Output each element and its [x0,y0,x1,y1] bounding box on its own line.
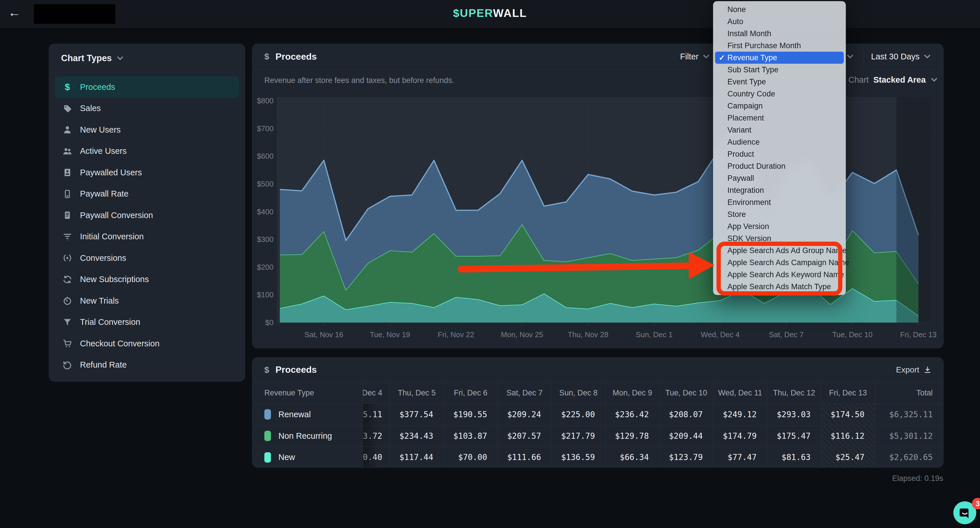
menu-item-event-type[interactable]: Event Type [713,76,846,88]
money-cell: $129.78 [605,426,659,447]
menu-item-country-code[interactable]: Country Code [713,88,846,100]
column-header-revenue-type: Revenue Type [252,382,363,404]
menu-item-environment[interactable]: Environment [713,196,846,208]
x-axis-tick-label: Sat, Dec 7 [755,330,818,339]
table-row-renewal: Renewal5.11$377.54$190.55$209.24$225.00$… [252,404,943,425]
menu-item-revenue-type[interactable]: ✓Revenue Type [715,52,844,64]
menu-item-product-duration[interactable]: Product Duration [713,160,846,172]
money-cell: $249.12 [713,404,767,425]
x-axis-tick-label: Mon, Nov 25 [491,330,554,339]
menu-item-integration[interactable]: Integration [713,184,846,196]
menu-item-install-month[interactable]: Install Month [713,27,846,40]
menu-item-label: Install Month [727,29,771,38]
column-header-day: Thu, Dec 5 [390,382,444,404]
menu-item-label: Paywall [727,174,754,183]
menu-item-apple-search-ads-ad-group-name[interactable]: Apple Search Ads Ad Group Name [713,244,846,257]
date-range-label: Last 30 Days [871,52,920,61]
logo-suffix: WALL [493,7,527,19]
money-cell-clipped: 0.40 [363,447,390,468]
sidebar-item-new-subscriptions[interactable]: New Subscriptions [55,269,239,290]
sidebar-item-label: Trial Conversion [80,317,140,327]
menu-item-paywall[interactable]: Paywall [713,172,846,184]
menu-item-variant[interactable]: Variant [713,124,846,136]
menu-item-app-version[interactable]: App Version [713,220,846,233]
row-label-cell: New [252,447,363,468]
money-cell: $208.07 [659,404,713,425]
user-icon [62,124,73,135]
sidebar-item-label: Initial Conversion [80,232,144,241]
menu-item-sdk-version[interactable]: SDK Version [713,233,846,244]
money-cell: $175.47 [767,426,821,447]
sidebar-item-new-trials[interactable]: New Trials [55,290,239,312]
total-cell: $6,325.11 [875,404,943,425]
sidebar-item-conversions[interactable]: Conversions [55,247,239,269]
sidebar-item-initial-conversion[interactable]: Initial Conversion [55,226,239,248]
menu-item-auto[interactable]: Auto [713,16,846,27]
sidebar-item-label: Paywalled Users [80,168,142,177]
dollar-icon: $ [264,52,269,61]
menu-item-sub-start-type[interactable]: Sub Start Type [713,64,846,76]
y-axis-tick-label: $200 [239,263,274,271]
money-cell-clipped: 5.11 [363,404,390,425]
sidebar-item-paywalled-users[interactable]: Paywalled Users [55,162,239,183]
menu-item-none[interactable]: None [713,3,846,16]
menu-item-label: Event Type [727,78,766,86]
sidebar-item-active-users[interactable]: Active Users [55,140,239,162]
money-cell: $174.79 [713,426,767,447]
menu-item-store[interactable]: Store [713,208,846,220]
chevron-down-icon [924,53,931,60]
money-cell: $81.63 [767,447,821,468]
menu-item-label: Environment [727,198,771,207]
sidebar-item-checkout-conversion[interactable]: Checkout Conversion [55,333,239,354]
money-cell: $136.59 [551,447,605,468]
menu-item-label: Auto [727,17,743,26]
app-screen: ← $UPERWALL Chart Types $ProceedsSalesNe… [0,0,980,528]
menu-item-campaign[interactable]: Campaign [713,100,846,112]
sidebar-item-paywall-conversion[interactable]: Paywall Conversion [55,204,239,226]
group-by-dropdown[interactable] [846,44,854,69]
chart-title: Proceeds [275,51,317,62]
column-header-day: Tue, Dec 10 [659,382,713,404]
download-icon [923,365,932,374]
menu-item-apple-search-ads-keyword-name[interactable]: Apple Search Ads Keyword Name [713,269,846,281]
menu-item-audience[interactable]: Audience [713,136,846,148]
x-axis-tick-label: Fri, Nov 22 [424,330,487,339]
menu-item-product[interactable]: Product [713,148,846,160]
menu-item-apple-search-ads-match-type[interactable]: Apple Search Ads Match Type [713,281,846,293]
money-cell: $190.55 [444,404,498,425]
column-header-total: Total [875,382,943,404]
column-header-clipped: Dec 4 [363,382,390,404]
menu-item-placement[interactable]: Placement [713,112,846,124]
sidebar-item-trial-conversion[interactable]: Trial Conversion [55,312,239,333]
sidebar-item-label: Sales [80,104,101,113]
money-cell: $25.47 [821,447,875,468]
x-axis-tick-label: Thu, Nov 28 [557,330,620,339]
sidebar-item-sales[interactable]: Sales [55,98,239,120]
money-cell: $70.00 [444,447,498,468]
menu-item-first-purchase-month[interactable]: First Purchase Month [713,40,846,52]
sidebar-item-new-users[interactable]: New Users [55,119,239,140]
y-axis-tick-label: $300 [239,235,274,244]
date-range-dropdown[interactable]: Last 30 Days [871,44,931,69]
target-icon [62,253,73,263]
chart-type-dropdown[interactable]: Chart Stacked Area [848,73,938,87]
menu-item-label: Country Code [727,89,775,99]
menu-item-label: Variant [727,126,751,135]
x-axis-tick-label: Fri, Dec 13 [887,330,950,339]
menu-item-label: Revenue Type [727,53,777,62]
menu-item-label: Apple Search Ads Keyword Name [727,270,844,279]
sidebar-item-paywall-rate[interactable]: Paywall Rate [55,183,239,205]
total-cell: $2,620.65 [875,447,943,468]
row-label-cell: Renewal [252,404,363,425]
menu-item-apple-search-ads-campaign-name[interactable]: Apple Search Ads Campaign Name [713,257,846,269]
filter-dropdown[interactable]: Filter [680,44,710,69]
sidebar-item-list: $ProceedsSalesNew UsersActive UsersPaywa… [49,73,245,379]
sidebar-item-proceeds[interactable]: $Proceeds [55,77,239,98]
export-button[interactable]: Export [896,357,932,382]
revenue-table: Revenue TypeDec 4Thu, Dec 5Fri, Dec 6Sat… [252,382,943,468]
cart-icon [62,338,73,349]
sidebar-item-refund-rate[interactable]: Refund Rate [55,354,239,376]
chart-types-header[interactable]: Chart Types [49,44,245,73]
menu-item-label: First Purchase Month [727,41,801,50]
column-header-day: Thu, Dec 12 [767,382,821,404]
